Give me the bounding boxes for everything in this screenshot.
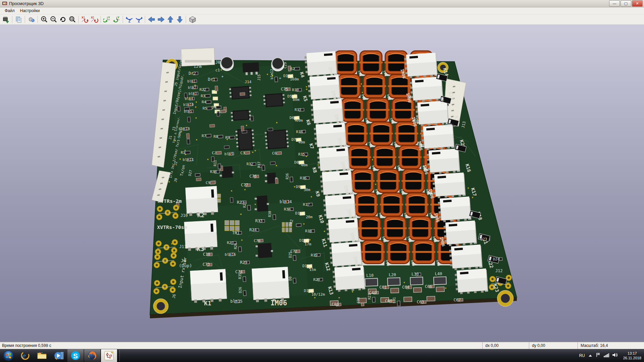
rotate-y-neg-icon[interactable]: Y bbox=[103, 15, 112, 24]
svg-text:R26: R26 bbox=[234, 243, 237, 249]
svg-text:blm1: blm1 bbox=[187, 79, 196, 83]
svg-text:R4: R4 bbox=[202, 100, 206, 104]
reload-board-icon[interactable] bbox=[1, 15, 11, 24]
zoom-fit-icon[interactable] bbox=[68, 15, 77, 24]
rotate-z-neg-icon[interactable]: Z bbox=[125, 15, 134, 24]
action-center-flag-icon[interactable] bbox=[596, 353, 600, 359]
svg-text:30m: 30m bbox=[304, 188, 310, 192]
pan-left-icon[interactable] bbox=[147, 15, 156, 24]
close-button[interactable]: ✕ bbox=[632, 0, 643, 7]
svg-text:R22: R22 bbox=[200, 87, 206, 92]
zoom-out-icon[interactable] bbox=[49, 15, 58, 24]
svg-text:blm9: blm9 bbox=[224, 152, 233, 156]
rotate-x-neg-icon[interactable]: X bbox=[80, 15, 90, 24]
svg-text:D4: D4 bbox=[212, 105, 216, 110]
svg-text:R3: R3 bbox=[201, 94, 205, 98]
taskbar-kicad-button[interactable] bbox=[101, 349, 117, 362]
svg-text:R8: R8 bbox=[214, 134, 218, 139]
svg-text:blm16: blm16 bbox=[225, 252, 236, 257]
volume-icon[interactable] bbox=[612, 353, 618, 359]
svg-text:R37: R37 bbox=[257, 162, 261, 168]
svg-text:R29: R29 bbox=[240, 260, 248, 265]
svg-text:D8: D8 bbox=[294, 160, 299, 164]
rotate-y-pos-icon[interactable]: Y bbox=[112, 15, 121, 24]
menu-file[interactable]: Файл bbox=[2, 8, 17, 14]
svg-text:blm4: blm4 bbox=[185, 97, 193, 101]
svg-text:J15: J15 bbox=[257, 74, 261, 80]
taskbar-skype-button[interactable]: S bbox=[67, 349, 84, 362]
clock[interactable]: 13:17 26.11.2018 bbox=[621, 351, 641, 361]
svg-text:c1: c1 bbox=[215, 68, 220, 72]
svg-text:R34: R34 bbox=[284, 207, 291, 212]
svg-text:L10: L10 bbox=[366, 273, 374, 278]
status-scale: Масштаб: 16,4 bbox=[578, 342, 644, 349]
svg-text:+: + bbox=[200, 65, 202, 69]
svg-text:C76: C76 bbox=[249, 174, 257, 179]
language-indicator[interactable]: RU bbox=[579, 353, 585, 358]
taskbar-divider bbox=[118, 350, 120, 361]
zoom-in-icon[interactable] bbox=[40, 15, 49, 24]
svg-text:R20: R20 bbox=[313, 278, 320, 282]
svg-text:C75: C75 bbox=[281, 87, 288, 92]
svg-text:C64: C64 bbox=[402, 285, 410, 290]
svg-text:+: + bbox=[279, 76, 281, 80]
taskbar-start-button[interactable] bbox=[0, 349, 17, 362]
chevron-up-icon[interactable] bbox=[588, 353, 592, 359]
svg-text:C73: C73 bbox=[203, 262, 210, 267]
svg-text:C66: C66 bbox=[425, 284, 432, 289]
taskbar-explorer-button[interactable] bbox=[34, 349, 50, 362]
redraw-icon[interactable] bbox=[58, 15, 68, 24]
svg-text:blm15: blm15 bbox=[230, 299, 243, 304]
network-icon[interactable] bbox=[604, 353, 609, 359]
menu-bar: Файл Настройки bbox=[0, 7, 644, 14]
viewport-3d[interactable]: L1L11L21L2L12L22L3L13L23L33L4L14L24L34L5… bbox=[0, 25, 644, 342]
svg-text:D14: D14 bbox=[283, 74, 290, 78]
svg-text:+: + bbox=[221, 74, 224, 79]
svg-text:blm11: blm11 bbox=[182, 158, 194, 162]
svg-text:D26: D26 bbox=[238, 287, 242, 293]
svg-text:D6: D6 bbox=[289, 115, 294, 120]
pan-down-icon[interactable] bbox=[175, 15, 184, 24]
pcb-board: L1L11L21L2L12L22L3L13L23L33L4L14L24L34L5… bbox=[0, 25, 644, 343]
svg-text:C10: C10 bbox=[203, 252, 210, 257]
svg-text:S: S bbox=[73, 352, 78, 360]
svg-text:Y: Y bbox=[108, 16, 110, 19]
svg-text:R24: R24 bbox=[249, 228, 257, 232]
maximize-button[interactable]: ▢ bbox=[621, 0, 631, 7]
app-icon bbox=[2, 1, 7, 6]
svg-text:R15: R15 bbox=[298, 152, 305, 157]
taskbar-firefox-button[interactable] bbox=[84, 349, 101, 362]
orthographic-icon[interactable] bbox=[188, 15, 197, 24]
copy-image-icon[interactable] bbox=[14, 15, 23, 24]
svg-text:blm14: blm14 bbox=[280, 199, 292, 204]
taskbar-media-player-button[interactable] bbox=[50, 349, 67, 362]
minimize-button[interactable]: — bbox=[609, 0, 620, 7]
toolbar-separator bbox=[145, 16, 146, 23]
svg-text:XVTRs-70sm: XVTRs-70sm bbox=[157, 224, 187, 230]
svg-text:J14: J14 bbox=[245, 80, 251, 84]
rotate-z-pos-icon[interactable]: Z bbox=[134, 15, 144, 24]
svg-text:C6: C6 bbox=[272, 151, 276, 155]
rotate-x-pos-icon[interactable]: X bbox=[90, 15, 99, 24]
svg-text:L30: L30 bbox=[412, 272, 419, 277]
svg-text:D0: D0 bbox=[288, 277, 292, 281]
pan-up-icon[interactable] bbox=[166, 15, 175, 24]
window-title: Просмотрщик 3D bbox=[9, 1, 44, 6]
svg-text:C70: C70 bbox=[254, 239, 260, 243]
toolbar: ⚙XXYYZZ bbox=[0, 14, 644, 25]
svg-text:15m: 15m bbox=[309, 267, 316, 272]
svg-text:R23: R23 bbox=[227, 241, 233, 245]
svg-text:X: X bbox=[82, 16, 84, 19]
taskbar-internet-explorer-button[interactable]: e bbox=[17, 349, 34, 362]
svg-text:D9: D9 bbox=[296, 185, 300, 189]
toolbar-separator bbox=[12, 16, 13, 23]
render-options-icon[interactable]: ⚙ bbox=[27, 15, 36, 24]
title-bar[interactable]: Просмотрщик 3D — ▢ ✕ bbox=[0, 0, 644, 7]
svg-text:40m: 40m bbox=[298, 140, 305, 144]
svg-text:R10: R10 bbox=[292, 88, 299, 92]
svg-text:R7: R7 bbox=[202, 133, 206, 138]
menu-settings[interactable]: Настройки bbox=[17, 8, 43, 14]
svg-text:D25: D25 bbox=[288, 252, 292, 258]
svg-text:J6: J6 bbox=[171, 294, 176, 299]
pan-right-icon[interactable] bbox=[156, 15, 166, 24]
